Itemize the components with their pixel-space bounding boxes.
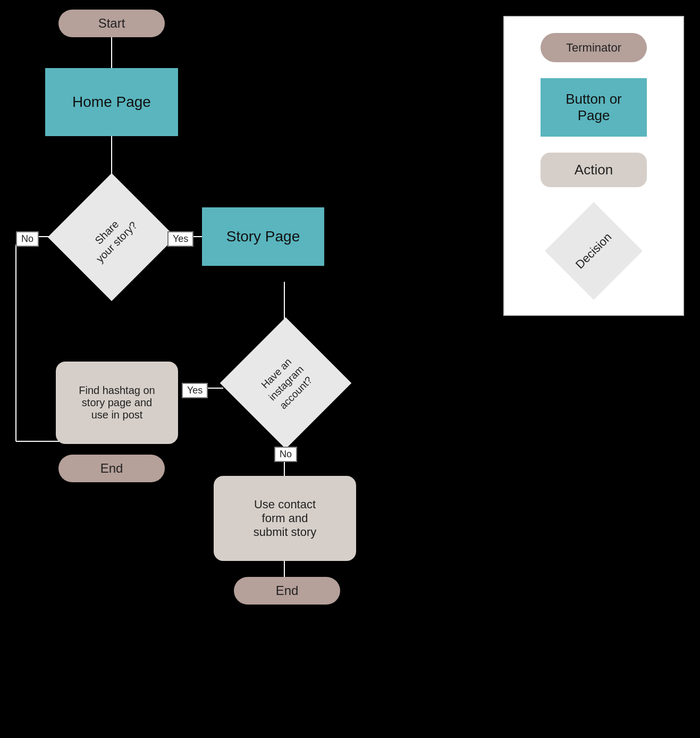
- legend-page-box: Button or Page: [541, 78, 647, 137]
- contact-form-box: Use contact form and submit story: [214, 476, 356, 561]
- end2-terminator: End: [234, 577, 340, 605]
- instagram-diamond: Have an instagram account?: [218, 314, 353, 452]
- no2-label: No: [274, 447, 297, 462]
- yes2-label: Yes: [182, 383, 208, 398]
- find-hashtag-box: Find hashtag on story page and use in po…: [56, 362, 178, 444]
- share-story-diamond: Share your story?: [43, 173, 181, 301]
- end1-terminator: End: [58, 455, 165, 482]
- home-page-box: Home Page: [45, 68, 178, 136]
- flowchart: Start Home Page Share your story? No Yes…: [0, 0, 478, 738]
- legend: Terminator Button or Page Action Decisio…: [503, 16, 684, 316]
- start-terminator: Start: [58, 10, 165, 37]
- yes1-label: Yes: [167, 231, 193, 247]
- legend-terminator: Terminator: [541, 33, 647, 62]
- legend-decision: Decision: [541, 203, 647, 299]
- no1-label: No: [16, 231, 39, 247]
- story-page-box: Story Page: [202, 207, 324, 266]
- legend-action-box: Action: [541, 153, 647, 187]
